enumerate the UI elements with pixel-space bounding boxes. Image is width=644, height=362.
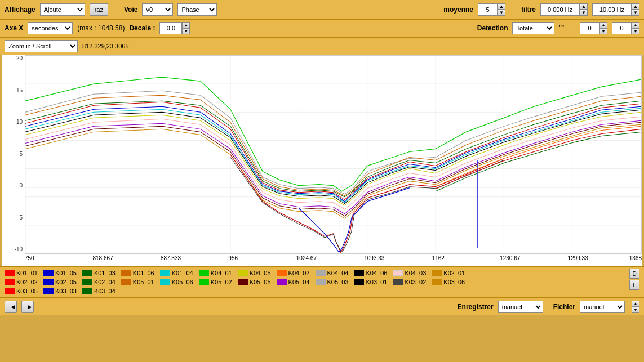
axe-x-label: Axe X <box>5 24 23 32</box>
toolbar2: Axe X secondes (max : 1048.58) Decale : … <box>0 20 644 38</box>
filtre2-up[interactable]: ▲ <box>632 3 639 10</box>
legend-label-K03_03: K03_03 <box>55 288 77 294</box>
x-label-1162: 1162 <box>432 255 445 261</box>
zoom-mode-select[interactable]: Zoom in / Scroll Zoom out Pan <box>5 40 78 52</box>
chart-canvas[interactable] <box>25 55 642 254</box>
moyenne-label: moyenne <box>443 6 473 14</box>
fichier-label: Fichier <box>553 303 575 311</box>
filtre-input2[interactable] <box>592 3 632 16</box>
legend-color-K02_04 <box>82 279 92 285</box>
scroll-left-button[interactable]: ◄ <box>5 301 17 313</box>
filtre-spin1: ▲ ▼ <box>540 3 588 16</box>
right2-up[interactable]: ▲ <box>632 22 639 28</box>
legend-label-K04_05: K04_05 <box>250 270 271 276</box>
legend-label-K02_01: K02_01 <box>443 270 465 276</box>
max-label: (max : 1048.58) <box>77 24 125 32</box>
coords-display: 812.329,23.3065 <box>82 43 129 50</box>
bottom-down[interactable]: ▼ <box>632 307 639 313</box>
right-input2[interactable] <box>612 22 632 34</box>
legend-K01_03: K01_03 <box>82 270 116 276</box>
legend-row1: K01_01 K01_05 K01_03 K01_06 K01_04 <box>5 269 627 278</box>
filtre2-down[interactable]: ▼ <box>632 10 639 16</box>
decale-input[interactable] <box>159 22 182 34</box>
x-label-1299: 1299.33 <box>568 255 588 261</box>
legend-row2: K02_02 K02_05 K02_04 K05_01 K05_06 <box>5 278 627 287</box>
voie-label: Voie <box>124 6 137 14</box>
legend-color-K03_02 <box>393 279 403 285</box>
legend-K01_01: K01_01 <box>5 270 38 276</box>
bottom-up[interactable]: ▲ <box>632 301 639 307</box>
bottom-bar: ◄ ► Enregistrer manuel Fichier manuel ▲ … <box>0 297 644 315</box>
filtre-input1[interactable] <box>540 3 580 16</box>
x-label-1230: 1230.67 <box>500 255 520 261</box>
legend-label-K05_02: K05_02 <box>211 279 232 285</box>
x-label-1368: 1368 <box>629 255 642 261</box>
detection-select[interactable]: Totale Partielle <box>512 22 554 34</box>
legend-K04_02: K04_02 <box>277 270 310 276</box>
decale-up[interactable]: ▲ <box>182 22 190 28</box>
phase-select[interactable]: Phase <box>177 3 217 16</box>
f-button[interactable]: F <box>629 280 639 290</box>
legend-label-K01_01: K01_01 <box>16 270 38 276</box>
filtre1-down[interactable]: ▼ <box>580 10 588 16</box>
legend-color-K01_06 <box>121 270 131 276</box>
right2-down[interactable]: ▼ <box>632 28 639 34</box>
fichier-select[interactable]: manuel <box>580 301 625 313</box>
legend-color-K04_06 <box>354 270 364 276</box>
filtre1-up[interactable]: ▲ <box>580 3 588 10</box>
detection-label: Detection <box>477 24 508 32</box>
legend-color-K05_03 <box>316 279 326 285</box>
legend-color-K01_05 <box>43 270 54 276</box>
scroll-right-button[interactable]: ► <box>21 301 34 313</box>
legend-color-K03_06 <box>432 279 442 285</box>
y-label-n5: -5 <box>17 214 23 221</box>
right-input1[interactable] <box>580 22 599 34</box>
affichage-label: Affichage <box>5 6 35 14</box>
legend-label-K04_04: K04_04 <box>327 270 349 276</box>
enregistrer-select[interactable]: manuel <box>498 301 543 313</box>
legend-label-K03_02: K03_02 <box>405 279 426 285</box>
affichage-select[interactable]: Ajoute <box>40 3 85 16</box>
legend-label-K01_03: K01_03 <box>94 270 116 276</box>
legend-area: K01_01 K01_05 K01_03 K01_06 K01_04 <box>0 266 644 297</box>
moyenne-input[interactable]: 5 <box>478 3 498 16</box>
legend-label-K03_05: K03_05 <box>16 288 38 294</box>
legend-color-K04_04 <box>316 270 326 276</box>
raz-button[interactable]: raz <box>90 3 108 16</box>
chart-area: 20 15 10 5 0 -5 -10 <box>2 55 642 266</box>
toolbar1: Affichage Ajoute raz Voie v0 Phase moyen… <box>0 0 644 20</box>
legend-K05_06: K05_06 <box>160 279 193 285</box>
x-label-956: 956 <box>228 255 238 261</box>
legend-label-K04_01: K04_01 <box>211 270 232 276</box>
legend-label-K05_01: K05_01 <box>133 279 154 285</box>
filtre-label: filtre <box>521 6 536 14</box>
moyenne-up[interactable]: ▲ <box>498 3 505 10</box>
right1-down[interactable]: ▼ <box>599 28 607 34</box>
legend-K03_02: K03_02 <box>393 279 426 285</box>
legend-K04_05: K04_05 <box>238 270 271 276</box>
legend-color-K03_04 <box>82 288 92 294</box>
legend-label-K02_05: K02_05 <box>55 279 77 285</box>
axe-x-select[interactable]: secondes <box>28 22 73 34</box>
legend-K01_06: K01_06 <box>121 270 154 276</box>
legend-K02_01: K02_01 <box>432 270 465 276</box>
d-button[interactable]: D <box>629 269 639 279</box>
legend-color-K02_02 <box>5 279 15 285</box>
legend-color-K04_02 <box>277 270 287 276</box>
legend-K01_05: K01_05 <box>43 270 77 276</box>
x-label-750: 750 <box>25 255 34 261</box>
legend-label-K05_06: K05_06 <box>172 279 193 285</box>
voie-select[interactable]: v0 <box>142 3 173 16</box>
legend-label-K04_02: K04_02 <box>288 270 310 276</box>
moyenne-spin: 5 ▲ ▼ <box>478 3 505 16</box>
legend-K01_04: K01_04 <box>160 270 193 276</box>
legend-color-K05_05 <box>238 279 248 285</box>
x-label-1024: 1024.67 <box>296 255 317 261</box>
decale-down[interactable]: ▼ <box>182 28 190 34</box>
x-axis: 750 818.667 887.333 956 1024.67 1093.33 … <box>25 254 642 266</box>
right1-up[interactable]: ▲ <box>599 22 607 28</box>
df-buttons: D F <box>629 269 639 290</box>
moyenne-down[interactable]: ▼ <box>498 10 505 16</box>
decale-label: Decale : <box>129 24 155 32</box>
y-label-20: 20 <box>16 55 23 61</box>
